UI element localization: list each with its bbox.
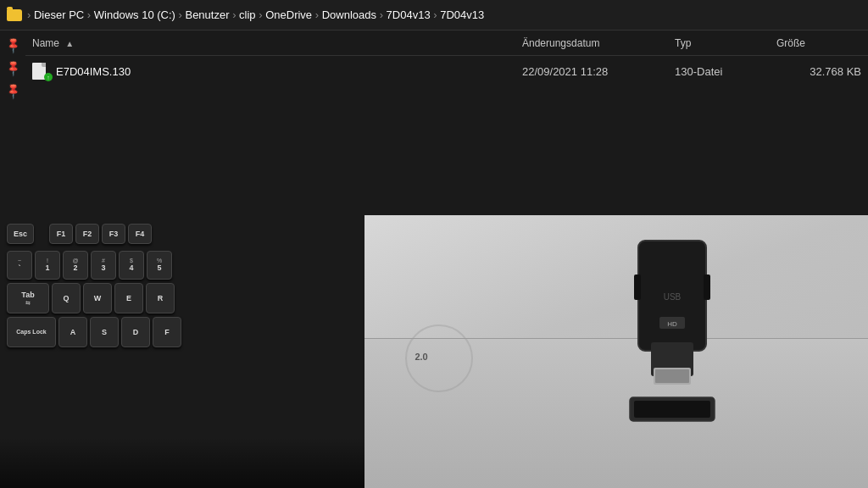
breadcrumb-part-7[interactable]: 7D04v13 xyxy=(387,8,434,21)
breadcrumb-part-5[interactable]: OneDrive xyxy=(265,8,315,21)
photos-section: Esc F1 F2 F3 F4 ~` !1 @2 #3 $4 %5 Tab⇆ Q… xyxy=(0,215,868,488)
pin-icon-1[interactable]: 📌 xyxy=(3,36,22,55)
folder-icon xyxy=(7,9,22,21)
svg-rect-10 xyxy=(634,401,710,418)
key-esc[interactable]: Esc xyxy=(7,224,34,244)
file-name: E7D04IMS.130 xyxy=(56,65,131,78)
key-s[interactable]: S xyxy=(90,317,119,347)
keyboard-row-4: Caps Lock A S D F xyxy=(7,317,358,347)
breadcrumb-part-6[interactable]: Downloads xyxy=(322,8,380,21)
key-w[interactable]: W xyxy=(83,283,112,313)
key-3[interactable]: #3 xyxy=(91,251,116,280)
key-q[interactable]: Q xyxy=(52,283,81,313)
svg-rect-3 xyxy=(655,369,689,383)
keyboard-photo: Esc F1 F2 F3 F4 ~` !1 @2 #3 $4 %5 Tab⇆ Q… xyxy=(0,215,364,488)
keyboard-row-1: Esc F1 F2 F3 F4 xyxy=(7,224,358,244)
keyboard-area: Esc F1 F2 F3 F4 ~` !1 @2 #3 $4 %5 Tab⇆ Q… xyxy=(0,215,364,488)
breadcrumb: › Dieser PC › Windows 10 (C:) › Benutzer… xyxy=(27,8,484,21)
svg-rect-6 xyxy=(704,274,710,300)
key-f[interactable]: F xyxy=(153,317,181,347)
breadcrumb-sep: › xyxy=(27,8,31,21)
key-4[interactable]: $4 xyxy=(119,251,144,280)
sidebar: 📌 📌 📌 xyxy=(0,30,25,215)
key-f3[interactable]: F3 xyxy=(102,224,125,244)
key-1[interactable]: !1 xyxy=(35,251,60,280)
key-f4[interactable]: F4 xyxy=(128,224,152,244)
breadcrumb-sep: › xyxy=(179,8,182,21)
pin-icon-2[interactable]: 📌 xyxy=(3,59,22,78)
usb-photo: 2.0 3.0 USB HD xyxy=(364,215,868,488)
explorer-area: 📌 📌 📌 Name ▲ Änderungsdatum Typ Größe E7… xyxy=(0,30,868,215)
svg-text:HD: HD xyxy=(667,320,677,328)
file-type: 130-Datei xyxy=(675,65,776,78)
key-d[interactable]: D xyxy=(121,317,150,347)
key-backtick[interactable]: ~` xyxy=(7,251,32,280)
col-header-type[interactable]: Typ xyxy=(675,37,776,49)
key-5[interactable]: %5 xyxy=(147,251,172,280)
key-capslock[interactable]: Caps Lock xyxy=(7,317,56,347)
breadcrumb-sep: › xyxy=(433,8,437,21)
svg-text:USB: USB xyxy=(664,292,682,302)
table-row[interactable]: E7D04IMS.130 22/09/2021 11:28 130-Datei … xyxy=(25,56,868,86)
key-e[interactable]: E xyxy=(114,283,143,313)
file-size: 32.768 KB xyxy=(776,65,861,78)
breadcrumb-part-3[interactable]: Benutzer xyxy=(185,8,232,21)
file-icon xyxy=(32,63,49,80)
breadcrumb-sep: › xyxy=(87,8,91,21)
sort-arrow: ▲ xyxy=(65,39,74,48)
key-r[interactable]: R xyxy=(146,283,175,313)
breadcrumb-sep: › xyxy=(259,8,262,21)
usb-background: 2.0 3.0 USB HD xyxy=(364,215,868,488)
laptop-circle xyxy=(405,324,473,392)
col-header-name[interactable]: Name ▲ xyxy=(32,37,522,49)
breadcrumb-sep: › xyxy=(315,8,319,21)
svg-rect-5 xyxy=(634,274,641,300)
usb-device-svg: USB HD xyxy=(579,232,765,444)
key-f1[interactable]: F1 xyxy=(49,224,73,244)
photo-bottom-fade xyxy=(0,437,364,488)
file-name-cell: E7D04IMS.130 xyxy=(32,63,522,80)
breadcrumb-bar: › Dieser PC › Windows 10 (C:) › Benutzer… xyxy=(0,0,868,30)
column-headers: Name ▲ Änderungsdatum Typ Größe xyxy=(25,30,868,56)
breadcrumb-part-1[interactable]: Dieser PC xyxy=(34,8,87,21)
file-date: 22/09/2021 11:28 xyxy=(522,65,675,78)
col-header-size[interactable]: Größe xyxy=(776,37,861,49)
keyboard-row-3: Tab⇆ Q W E R xyxy=(7,283,358,313)
key-2[interactable]: @2 xyxy=(63,251,88,280)
keyboard-row-2: ~` !1 @2 #3 $4 %5 xyxy=(7,251,358,280)
breadcrumb-part-4[interactable]: clip xyxy=(239,8,259,21)
breadcrumb-part-2[interactable]: Windows 10 (C:) xyxy=(94,8,179,21)
key-f2[interactable]: F2 xyxy=(75,224,99,244)
breadcrumb-part-8[interactable]: 7D04v13 xyxy=(440,8,484,21)
key-a[interactable]: A xyxy=(58,317,87,347)
col-header-date[interactable]: Änderungsdatum xyxy=(522,37,675,49)
breadcrumb-sep: › xyxy=(232,8,236,21)
key-tab[interactable]: Tab⇆ xyxy=(7,283,49,313)
breadcrumb-sep: › xyxy=(380,8,383,21)
pin-icon-3[interactable]: 📌 xyxy=(3,82,22,101)
file-list: Name ▲ Änderungsdatum Typ Größe E7D04IMS… xyxy=(25,30,868,215)
file-sync-badge xyxy=(44,73,53,81)
